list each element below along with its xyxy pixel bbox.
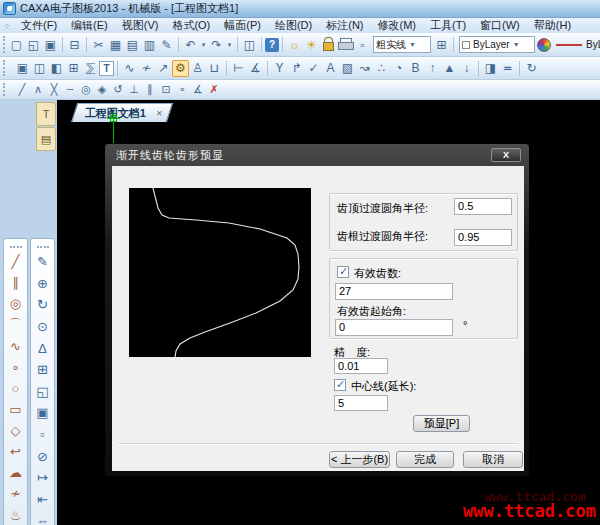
snap-perpendicular-icon[interactable]: ⊥ xyxy=(126,82,142,97)
snap-center-icon[interactable]: ◎ xyxy=(78,82,94,97)
draw-point-icon[interactable]: ∘ xyxy=(5,357,26,378)
extend-tool-icon[interactable]: ↦ xyxy=(32,467,53,489)
open-file-icon[interactable]: ◱ xyxy=(25,36,42,53)
dialog-close-button[interactable]: X xyxy=(491,148,521,162)
draw-revision-icon[interactable]: ♨ xyxy=(5,505,26,525)
toolbar-grip[interactable] xyxy=(3,36,5,52)
menu-item-annotate[interactable]: 标注(N) xyxy=(319,19,370,31)
snap-tangent-icon[interactable]: ↺ xyxy=(110,82,126,97)
menu-item-modify[interactable]: 修改(M) xyxy=(371,19,424,31)
draw-hook-icon[interactable]: ↩ xyxy=(5,441,26,462)
precision-input[interactable]: 0.01 xyxy=(334,358,388,374)
draw-line-icon[interactable]: ╱ xyxy=(5,251,26,272)
preview-button[interactable]: 预显[P] xyxy=(413,415,470,432)
back-button[interactable]: < 上一步(B) xyxy=(329,451,390,468)
draw-circle-icon[interactable]: ◎ xyxy=(5,293,26,314)
undo-dropdown-icon[interactable]: ▾ xyxy=(199,36,208,53)
menu-item-view[interactable]: 视图(V) xyxy=(115,19,166,31)
refresh-icon[interactable]: ↻ xyxy=(523,60,540,77)
centerline-checkbox[interactable] xyxy=(334,379,346,391)
spray-icon[interactable]: ∴ xyxy=(373,60,390,77)
menu-item-window[interactable]: 窗口(W) xyxy=(473,19,527,31)
snap-node-icon[interactable]: ⊡ xyxy=(158,82,174,97)
window-props-icon[interactable]: ◧ xyxy=(48,60,65,77)
pointer-tool-icon[interactable]: ↗ xyxy=(155,60,172,77)
redo-icon[interactable]: ↷ xyxy=(208,36,225,53)
layer-lock-icon[interactable] xyxy=(320,36,337,53)
text-style-icon[interactable]: T xyxy=(99,61,114,76)
block-tool-icon[interactable]: ⊔ xyxy=(206,60,223,77)
mirror-tool-icon[interactable]: ∆ xyxy=(32,337,53,359)
export-icon[interactable]: ↓ xyxy=(458,60,475,77)
snap-segment-icon[interactable]: ╱ xyxy=(14,82,30,97)
move-tool-icon[interactable]: ⊕ xyxy=(32,273,53,295)
trim-tool-icon[interactable]: ⊘ xyxy=(32,445,53,467)
help-icon[interactable]: ? xyxy=(265,38,279,52)
frame-settings-icon[interactable]: ◫ xyxy=(241,36,258,53)
tab-close-icon[interactable]: × xyxy=(156,107,162,119)
snap-angle-icon[interactable]: ∡ xyxy=(190,82,206,97)
draw-polygon-icon[interactable]: ◇ xyxy=(5,420,26,441)
profile-tool-icon[interactable]: ♙ xyxy=(189,60,206,77)
menu-item-file[interactable]: 文件(F) xyxy=(14,19,64,31)
panel-toggle-icon[interactable]: ◨ xyxy=(482,60,499,77)
layer-style-combobox[interactable]: 粗实线 ▼ xyxy=(373,36,431,53)
fit-curve-icon[interactable]: ∿ xyxy=(121,60,138,77)
layer-visibility-icon[interactable]: ☼ xyxy=(286,36,303,53)
snap-quadrant-icon[interactable]: ◈ xyxy=(94,82,110,97)
format-painter-icon[interactable]: ✎ xyxy=(158,36,175,53)
menu-item-format[interactable]: 格式(O) xyxy=(165,19,217,31)
color-combobox[interactable]: ByLayer ▼ xyxy=(459,36,535,53)
snap-midpoint-icon[interactable]: ∧ xyxy=(30,82,46,97)
draw-cloud-icon[interactable]: ☁ xyxy=(5,462,26,483)
undo-icon[interactable]: ↶ xyxy=(182,36,199,53)
array-tool-icon[interactable]: ⊞ xyxy=(32,359,53,381)
datum-icon[interactable]: ↱ xyxy=(288,60,305,77)
pie-icon[interactable]: ◔ xyxy=(390,60,407,77)
dim-span-tool-icon[interactable]: ⇔ xyxy=(32,510,53,525)
text-annotation-icon[interactable]: A xyxy=(322,60,339,77)
gear-tool-icon[interactable]: ⚙ xyxy=(172,60,189,77)
print-icon[interactable]: ⊟ xyxy=(66,36,83,53)
menu-item-help[interactable]: 帮助(H) xyxy=(527,19,578,31)
linetype-combobox[interactable]: ByLayer xyxy=(553,36,600,53)
rotate-tool-icon[interactable]: ↻ xyxy=(32,294,53,316)
copy-icon[interactable]: ▦ xyxy=(107,36,124,53)
draw-arc-icon[interactable]: ⌒ xyxy=(5,314,26,335)
scale-tool-icon[interactable]: ▣ xyxy=(32,402,53,424)
sketch-tool-icon[interactable]: ✎ xyxy=(32,251,53,273)
arrow-up-icon[interactable]: ↑ xyxy=(424,60,441,77)
draw-spline-icon[interactable]: ∿ xyxy=(5,336,26,357)
centerline-input[interactable]: 5 xyxy=(334,395,388,411)
dim-linear-icon[interactable]: ⊢ xyxy=(230,60,247,77)
snap-nearest-icon[interactable]: ∘ xyxy=(174,82,190,97)
new-file-icon[interactable]: ▢ xyxy=(8,36,25,53)
snap-parallel-icon[interactable]: ∥ xyxy=(142,82,158,97)
image-annotation-icon[interactable]: ▧ xyxy=(339,60,356,77)
dim-edit-tool-icon[interactable]: ⇤ xyxy=(32,489,53,511)
leader-icon[interactable]: Y xyxy=(271,60,288,77)
annotation-vtab-icon[interactable]: T xyxy=(36,102,56,126)
toolbar-grip[interactable] xyxy=(3,83,11,96)
stamp-icon[interactable]: ▲ xyxy=(441,60,458,77)
paste-icon[interactable]: ▤ xyxy=(124,36,141,53)
finish-button[interactable]: 完成 xyxy=(396,451,454,468)
frame-select-tool-icon[interactable]: ▫ xyxy=(32,424,53,446)
layer-manager-icon[interactable]: ⊞ xyxy=(433,36,450,53)
snap-settings-icon[interactable]: ✗ xyxy=(206,82,222,97)
center-tool-icon[interactable]: ⊙ xyxy=(32,316,53,338)
tip-fillet-input[interactable]: 0.5 xyxy=(454,198,512,215)
layer-print-icon[interactable] xyxy=(337,36,354,53)
redo-dropdown-icon[interactable]: ▾ xyxy=(225,36,234,53)
sheet-vtab-icon[interactable]: ▤ xyxy=(36,127,56,151)
dim-angular-icon[interactable]: ∡ xyxy=(247,60,264,77)
sample-curve-icon[interactable]: ≁ xyxy=(138,60,155,77)
draw-ellipse-icon[interactable]: ○ xyxy=(5,378,26,399)
document-tab[interactable]: 工程图文档1 × xyxy=(71,103,173,122)
start-angle-input[interactable]: 0 xyxy=(335,319,453,336)
style-manager-icon[interactable]: ⅀ xyxy=(82,60,99,77)
draw-rectangle-icon[interactable]: ▭ xyxy=(5,399,26,420)
effective-teeth-input[interactable]: 27 xyxy=(335,283,453,300)
draw-breakline-icon[interactable]: ≁ xyxy=(5,483,26,504)
tolerance-check-icon[interactable]: ✓ xyxy=(305,60,322,77)
